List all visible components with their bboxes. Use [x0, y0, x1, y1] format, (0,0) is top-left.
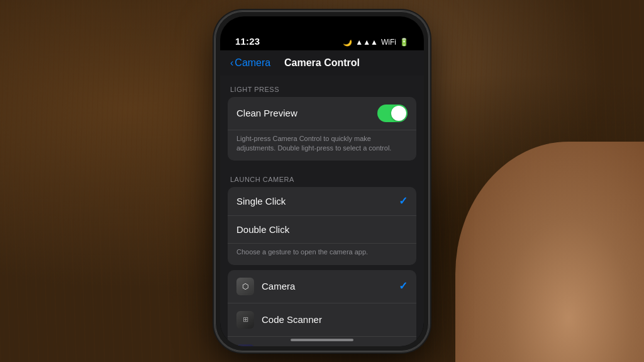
- camera-app-label: Camera: [262, 281, 399, 291]
- scanner-icon: ⊞: [243, 315, 248, 324]
- clean-preview-label: Clean Preview: [236, 108, 377, 118]
- clean-preview-toggle[interactable]: [377, 105, 408, 122]
- double-click-label: Double Click: [236, 224, 408, 235]
- back-button[interactable]: ‹ Camera: [230, 57, 270, 69]
- status-icons: 🌙 ▲▲▲ WiFi 🔋: [343, 38, 409, 47]
- light-press-header: LIGHT PRESS: [220, 76, 424, 97]
- launch-camera-description: Choose a gesture to open the camera app.: [228, 244, 416, 264]
- code-scanner-icon: ⊞: [236, 311, 254, 329]
- double-click-row[interactable]: Double Click: [228, 216, 416, 244]
- camera-icon: ⬡: [242, 282, 248, 291]
- apps-group: ⬡ Camera ✓ ⊞ Code Scanner ◎: [228, 270, 416, 346]
- code-scanner-label: Code Scanner: [262, 314, 408, 325]
- toggle-knob: [391, 106, 406, 121]
- launch-camera-group: Single Click ✓ Double Click Choose a ges…: [228, 187, 416, 264]
- iphone-device: 11:23 🌙 ▲▲▲ WiFi 🔋 ‹ Camera Camera Contr…: [215, 11, 429, 351]
- clean-preview-row[interactable]: Clean Preview: [228, 97, 416, 130]
- iphone-screen: 11:23 🌙 ▲▲▲ WiFi 🔋 ‹ Camera Camera Contr…: [220, 16, 424, 346]
- chevron-left-icon: ‹: [230, 57, 233, 69]
- page-title: Camera Control: [284, 57, 360, 69]
- back-label: Camera: [235, 57, 270, 69]
- light-press-description: Light-press Camera Control to quickly ma…: [228, 130, 416, 161]
- camera-checkmark: ✓: [399, 280, 408, 293]
- signal-icon: ▲▲▲: [355, 38, 378, 47]
- status-time: 11:23: [235, 36, 260, 47]
- settings-content: LIGHT PRESS Clean Preview Light-press Ca…: [220, 76, 424, 346]
- camera-app-row[interactable]: ⬡ Camera ✓: [228, 270, 416, 303]
- home-indicator: [291, 339, 353, 341]
- halide-app-icon: ◎: [236, 344, 254, 346]
- wifi-icon: WiFi: [381, 38, 396, 47]
- launch-camera-header: LAUNCH CAMERA: [220, 166, 424, 187]
- single-click-label: Single Click: [236, 196, 399, 206]
- single-click-checkmark: ✓: [399, 195, 408, 208]
- battery-icon: 🔋: [399, 38, 409, 47]
- dynamic-island: [291, 24, 353, 43]
- camera-app-icon: ⬡: [236, 278, 254, 295]
- light-press-group: Clean Preview Light-press Camera Control…: [228, 97, 416, 161]
- single-click-row[interactable]: Single Click ✓: [228, 187, 416, 216]
- navigation-bar: ‹ Camera Camera Control: [220, 50, 424, 76]
- code-scanner-row[interactable]: ⊞ Code Scanner: [228, 303, 416, 337]
- iphone-frame: 11:23 🌙 ▲▲▲ WiFi 🔋 ‹ Camera Camera Contr…: [215, 11, 429, 351]
